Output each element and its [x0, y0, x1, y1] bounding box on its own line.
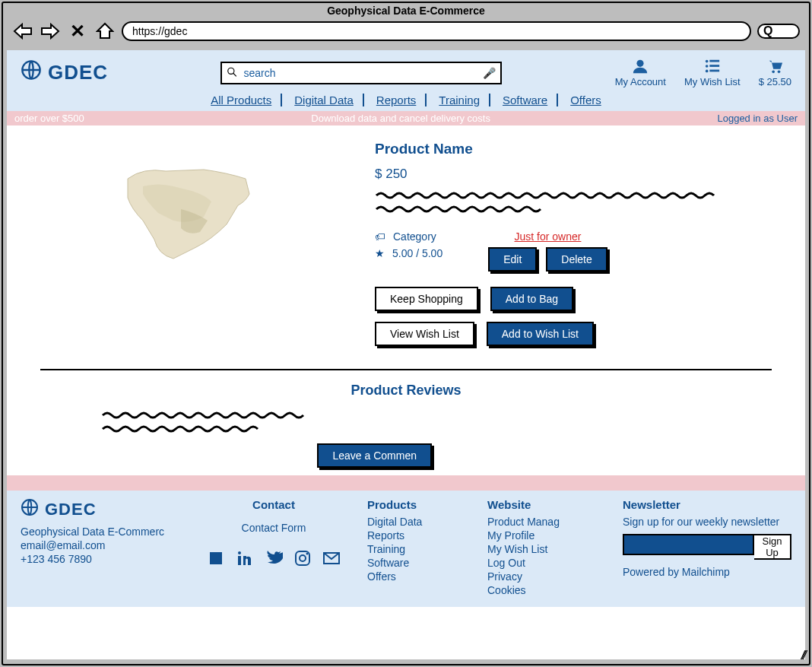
mail-icon[interactable] [322, 549, 341, 572]
globe-icon [21, 59, 42, 86]
svg-point-8 [706, 70, 709, 73]
svg-point-11 [778, 71, 781, 74]
site-footer: GDEC Geophysical Data E-Commerc email@em… [7, 491, 805, 607]
contact-heading: Contact [252, 498, 295, 511]
url-input[interactable] [122, 21, 751, 41]
linkedin-icon[interactable] [236, 549, 254, 572]
brand-text: GDEC [48, 61, 108, 84]
svg-point-1 [228, 68, 234, 74]
newsletter-heading: Newsletter [623, 498, 791, 511]
instagram-icon[interactable] [293, 549, 312, 572]
signup-button[interactable]: Sign Up [754, 534, 791, 560]
globe-icon [21, 498, 39, 521]
powered-by: Powered by Mailchimp [623, 566, 791, 578]
delete-button[interactable]: Delete [546, 247, 607, 272]
tag-icon: 🏷 [375, 230, 385, 243]
svg-rect-7 [709, 65, 719, 67]
view-wishlist-button[interactable]: View Wish List [375, 322, 474, 346]
cart-link[interactable]: $ 25.50 [759, 58, 791, 87]
svg-point-3 [637, 60, 644, 67]
footer-link[interactable]: Offers [367, 570, 466, 583]
reviews-heading: Product Reviews [25, 383, 787, 399]
review-placeholder [101, 409, 314, 437]
footer-link[interactable]: Privacy [487, 570, 601, 583]
footer-email[interactable]: email@email.com [21, 539, 180, 551]
list-icon [704, 58, 721, 75]
browser-toolbar: ✕ Q [3, 18, 809, 44]
footer-phone: +123 456 7890 [21, 553, 180, 565]
category-label: Category [393, 230, 436, 243]
promo-center: Download data and cancel delivery costs [311, 113, 490, 124]
description-placeholder [375, 189, 725, 217]
forward-icon[interactable] [40, 22, 61, 40]
star-icon: ★ [375, 247, 385, 259]
page-viewport: GDEC 🎤 My Account My Wish List [7, 50, 805, 659]
nav-all-products[interactable]: All Products [201, 94, 282, 106]
keep-shopping-button[interactable]: Keep Shopping [375, 287, 478, 311]
website-heading: Website [487, 498, 601, 511]
nav-digital-data[interactable]: Digital Data [285, 94, 364, 106]
section-divider [40, 369, 772, 370]
login-status: Logged in as User [717, 113, 798, 124]
window-title: Geophysical Data E-Commerce [3, 3, 809, 18]
footer-link[interactable]: My Wish List [487, 543, 601, 555]
nav-software[interactable]: Software [493, 94, 558, 106]
resize-handle-icon[interactable]: /// [801, 649, 804, 662]
svg-line-2 [233, 73, 236, 76]
products-heading: Products [367, 498, 466, 511]
edit-button[interactable]: Edit [488, 247, 537, 272]
search-icon [227, 66, 237, 79]
browser-window: Geophysical Data E-Commerce ✕ Q GDEC 🎤 [2, 2, 810, 665]
svg-point-17 [306, 553, 309, 555]
newsletter-text: Sign up for our weekly newsletter [623, 516, 791, 528]
footer-promo-bar [7, 475, 805, 491]
footer-link[interactable]: Training [367, 543, 466, 555]
search-icon: Q [763, 24, 772, 38]
footer-link[interactable]: Reports [367, 529, 466, 542]
svg-rect-9 [709, 70, 719, 72]
footer-link[interactable]: Product Manag [487, 516, 601, 528]
category-nav: All Products Digital Data Reports Traini… [21, 94, 791, 106]
add-to-wishlist-button[interactable]: Add to Wish List [487, 322, 594, 346]
search-input[interactable] [220, 62, 502, 84]
svg-point-16 [300, 555, 306, 561]
user-icon [632, 58, 649, 75]
brand-logo[interactable]: GDEC [21, 59, 108, 86]
twitter-icon[interactable] [265, 549, 283, 572]
back-icon[interactable] [12, 22, 33, 40]
nav-reports[interactable]: Reports [367, 94, 427, 106]
promo-left: order over $500 [14, 113, 84, 124]
footer-tagline: Geophysical Data E-Commerc [21, 526, 180, 538]
home-icon[interactable] [94, 22, 116, 40]
leave-comment-button[interactable]: Leave a Commen [317, 443, 432, 468]
footer-link[interactable]: My Profile [487, 529, 601, 542]
facebook-icon[interactable] [207, 549, 225, 572]
cart-icon [766, 58, 783, 75]
main-content: Product Name $ 250 🏷Category ★5.00 / 5.0… [7, 125, 805, 475]
owner-label: Just for owner [488, 230, 607, 243]
svg-rect-5 [709, 60, 719, 62]
product-title: Product Name [375, 141, 787, 157]
nav-training[interactable]: Training [430, 94, 490, 106]
product-image [25, 141, 352, 278]
microphone-icon[interactable]: 🎤 [483, 67, 496, 79]
svg-point-4 [706, 60, 709, 63]
footer-link[interactable]: Software [367, 557, 466, 569]
my-account-link[interactable]: My Account [615, 58, 666, 87]
wishlist-link[interactable]: My Wish List [684, 58, 741, 87]
promo-bar: order over $500 Download data and cancel… [7, 111, 805, 125]
footer-brand[interactable]: GDEC [21, 498, 180, 521]
rating-value: 5.00 / 5.00 [392, 247, 442, 259]
product-price: $ 250 [375, 167, 787, 182]
footer-link[interactable]: Cookies [487, 584, 601, 596]
footer-link[interactable]: Digital Data [367, 516, 466, 528]
stop-icon[interactable]: ✕ [67, 22, 88, 40]
browser-search[interactable]: Q [757, 24, 800, 39]
contact-form-link[interactable]: Contact Form [242, 522, 306, 534]
svg-rect-13 [238, 556, 241, 565]
svg-point-14 [238, 551, 241, 554]
add-to-bag-button[interactable]: Add to Bag [490, 287, 573, 311]
footer-link[interactable]: Log Out [487, 557, 601, 569]
newsletter-input[interactable] [623, 534, 754, 555]
nav-offers[interactable]: Offers [561, 94, 611, 106]
